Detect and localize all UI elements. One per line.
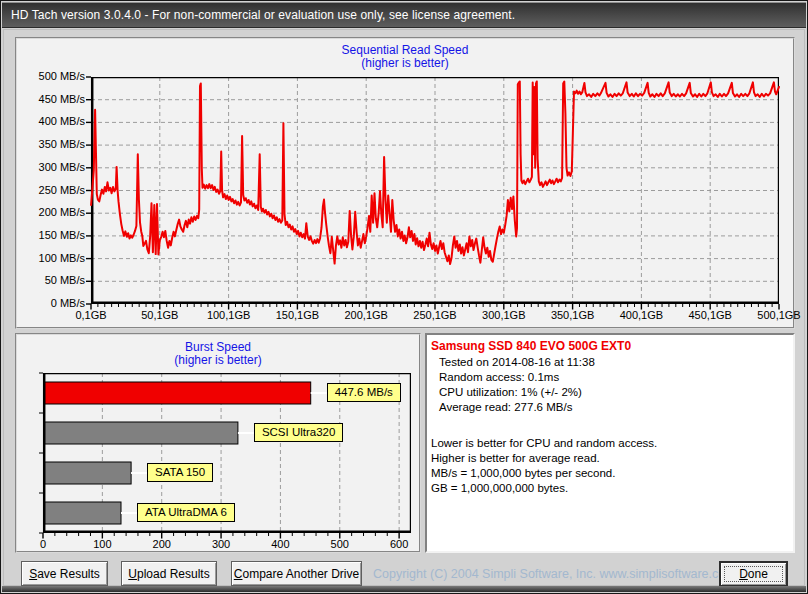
burst-x-tick-label: 400 — [260, 538, 300, 550]
burst-bar — [45, 382, 311, 404]
seq-x-tick-label: 0,1GB — [59, 309, 123, 321]
window-title: HD Tach version 3.0.4.0 - For non-commer… — [11, 8, 515, 22]
done-button[interactable]: Done — [719, 561, 788, 587]
seq-x-tick-label: 100,1GB — [197, 309, 261, 321]
seq-y-tick-label: 150 MB/s — [17, 229, 85, 241]
seq-y-tick-label: 400 MB/s — [17, 115, 85, 127]
burst-bar-tag: ATA UltraDMA 6 — [137, 503, 235, 522]
seq-y-tick-label: 50 MB/s — [17, 274, 85, 286]
seq-x-tick-label: 450,1GB — [678, 309, 742, 321]
seq-y-tick-label: 500 MB/s — [17, 70, 85, 82]
burst-x-tick-label: 300 — [201, 538, 241, 550]
burst-x-tick-label: 600 — [379, 538, 419, 550]
burst-bar — [45, 502, 121, 524]
title-bar[interactable]: HD Tach version 3.0.4.0 - For non-commer… — [2, 2, 806, 28]
burst-speed-panel: Burst Speed (higher is better) 447.6 MB/… — [15, 333, 421, 553]
drive-name: Samsung SSD 840 EVO 500G EXT0 — [431, 339, 631, 353]
seq-y-tick-label: 300 MB/s — [17, 161, 85, 173]
info-cpu-utilization: CPU utilization: 1% (+/- 2%) — [439, 386, 582, 398]
seq-chart-subtitle: (higher is better) — [17, 56, 793, 70]
burst-x-tick-label: 200 — [142, 538, 182, 550]
burst-bar-tag: 447.6 MB/s — [327, 383, 401, 402]
seq-x-tick-label: 200,1GB — [334, 309, 398, 321]
info-average-read: Average read: 277.6 MB/s — [439, 401, 572, 413]
info-random-access: Random access: 0.1ms — [439, 371, 559, 383]
burst-x-tick-label: 500 — [320, 538, 360, 550]
burst-bar — [45, 462, 131, 484]
seq-y-tick-label: 200 MB/s — [17, 206, 85, 218]
burst-bar-tag: SATA 150 — [147, 463, 213, 482]
burst-bar — [45, 422, 238, 444]
burst-x-tick-label: 100 — [82, 538, 122, 550]
seq-x-tick-label: 500,1GB — [747, 309, 808, 321]
seq-x-tick-label: 50,1GB — [128, 309, 192, 321]
note-lower-better: Lower is better for CPU and random acces… — [431, 437, 657, 449]
burst-chart-title: Burst Speed — [17, 340, 419, 354]
burst-bar-tag: SCSI Ultra320 — [254, 423, 344, 442]
seq-x-tick-label: 400,1GB — [609, 309, 673, 321]
compare-another-drive-button[interactable]: Compare Another Drive — [231, 561, 362, 586]
seq-y-tick-label: 450 MB/s — [17, 93, 85, 105]
note-gb-definition: GB = 1,000,000,000 bytes. — [431, 482, 568, 494]
seq-x-tick-label: 300,1GB — [472, 309, 536, 321]
sequential-read-panel: Sequential Read Speed (higher is better)… — [15, 37, 795, 329]
drive-info-panel: Samsung SSD 840 EVO 500G EXT0 Tested on … — [425, 333, 795, 553]
burst-x-tick-label: 0 — [23, 538, 63, 550]
info-tested-on: Tested on 2014-08-16 at 11:38 — [439, 356, 595, 368]
window-bottom-border — [2, 586, 806, 592]
seq-x-tick-label: 350,1GB — [541, 309, 605, 321]
seq-y-tick-label: 250 MB/s — [17, 184, 85, 196]
save-results-button[interactable]: Save Results — [21, 561, 108, 586]
upload-results-button[interactable]: Upload Results — [121, 561, 217, 586]
seq-y-tick-label: 100 MB/s — [17, 252, 85, 264]
sequential-read-chart — [91, 77, 779, 304]
note-mbs-definition: MB/s = 1,000,000 bytes per second. — [431, 467, 615, 479]
seq-x-tick-label: 150,1GB — [265, 309, 329, 321]
burst-chart-subtitle: (higher is better) — [17, 353, 419, 367]
seq-y-tick-label: 0 MB/s — [17, 297, 85, 309]
seq-x-tick-label: 250,1GB — [403, 309, 467, 321]
copyright-text: Copyright (C) 2004 Simpli Software, Inc.… — [373, 567, 709, 581]
seq-y-tick-label: 350 MB/s — [17, 138, 85, 150]
hd-tach-window: HD Tach version 3.0.4.0 - For non-commer… — [0, 0, 808, 594]
seq-chart-title: Sequential Read Speed — [17, 43, 793, 57]
note-higher-better: Higher is better for average read. — [431, 452, 600, 464]
